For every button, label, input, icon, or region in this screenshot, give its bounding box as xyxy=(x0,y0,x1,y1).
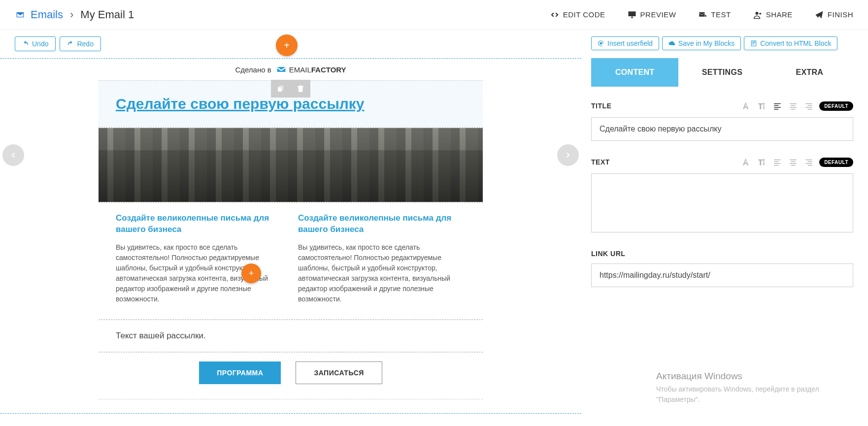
redo-button[interactable]: Redo xyxy=(60,36,100,51)
text-default-chip[interactable]: DEFAULT xyxy=(819,158,853,167)
property-tabs: CONTENT SETTINGS EXTRA xyxy=(591,58,853,87)
paper-plane-icon xyxy=(815,10,824,19)
header-actions: EDIT CODE PREVIEW TEST SHARE FINISH xyxy=(550,10,853,19)
font-icon xyxy=(741,101,750,110)
column-1: Создайте великолепные письма для вашего … xyxy=(116,213,283,304)
envelope-icon xyxy=(15,11,26,19)
windows-activation-watermark: Активация Windows Чтобы активировать Win… xyxy=(656,369,853,405)
add-block-inline-button[interactable]: + xyxy=(241,263,261,283)
save-my-blocks-button[interactable]: Save in My Blocks xyxy=(662,36,741,50)
app-header: Emails › My Email 1 EDIT CODE PREVIEW TE… xyxy=(0,0,868,30)
align-left-icon xyxy=(773,101,782,110)
align-right-icon xyxy=(804,158,813,166)
align-right-button[interactable] xyxy=(803,100,814,111)
undo-button[interactable]: Undo xyxy=(15,36,56,51)
copy-block-button[interactable] xyxy=(271,80,291,98)
trash-icon xyxy=(297,85,304,93)
mail-send-icon xyxy=(698,10,707,19)
redo-icon xyxy=(67,40,74,47)
title-format-tools: DEFAULT xyxy=(740,100,853,111)
align-right-icon xyxy=(804,101,813,110)
align-left-icon xyxy=(773,158,782,166)
insert-userfield-button[interactable]: Insert userfield xyxy=(591,36,659,50)
column-2: Создайте великолепные письма для вашего … xyxy=(298,213,466,304)
align-center-icon xyxy=(789,158,798,166)
breadcrumb-root[interactable]: Emails xyxy=(15,8,63,21)
font-size-button[interactable] xyxy=(756,100,767,111)
chevron-right-icon: › xyxy=(70,8,73,21)
link-label: LINK URL xyxy=(591,250,625,258)
finish-button[interactable]: FINISH xyxy=(815,10,853,19)
button-block[interactable]: ПРОГРАММА ЗАПИСАТЬСЯ xyxy=(99,352,483,399)
two-column-block[interactable]: Создайте великолепные письма для вашего … xyxy=(99,202,483,320)
next-block-button[interactable] xyxy=(557,144,579,166)
user-add-icon xyxy=(753,10,762,19)
tab-content[interactable]: CONTENT xyxy=(591,58,678,87)
text-block[interactable]: Текст вашей рассылки. xyxy=(99,320,483,352)
text-field-group: TEXT DEFAULT xyxy=(591,157,853,234)
secondary-cta-button[interactable]: ЗАПИСАТЬСЯ xyxy=(296,361,382,384)
title-default-chip[interactable]: DEFAULT xyxy=(819,101,853,111)
col2-body: Вы удивитесь, как просто все сделать сам… xyxy=(298,242,466,304)
text-align-left-button[interactable] xyxy=(772,157,783,167)
text-font-size-button[interactable] xyxy=(756,157,767,167)
add-block-button[interactable]: + xyxy=(276,34,298,56)
share-button[interactable]: SHARE xyxy=(753,10,793,19)
font-family-button[interactable] xyxy=(740,100,751,111)
font-icon xyxy=(741,158,750,166)
canvas-area: Сделано в EMAILFACTORY xyxy=(0,58,581,414)
block-action-buttons: Insert userfield Save in My Blocks Conve… xyxy=(591,36,853,50)
align-center-icon xyxy=(789,101,798,110)
made-in-banner: Сделано в EMAILFACTORY xyxy=(0,59,581,80)
at-icon xyxy=(598,40,604,47)
hero-image-block[interactable] xyxy=(99,128,483,202)
hero-image xyxy=(99,128,483,202)
preview-button[interactable]: PREVIEW xyxy=(628,10,676,19)
title-field-group: TITLE DEFAULT xyxy=(591,100,853,141)
copy-icon xyxy=(277,85,285,93)
watermark-body: Чтобы активировать Windows, перейдите в … xyxy=(656,384,853,405)
tab-settings[interactable]: SETTINGS xyxy=(678,58,766,87)
text-block-content: Текст вашей рассылки. xyxy=(116,331,206,340)
main-layout: Undo Redo + Сделано в EMAILFACTORY xyxy=(0,30,868,414)
text-label: TEXT xyxy=(591,158,610,166)
svg-point-0 xyxy=(755,12,758,15)
text-align-right-button[interactable] xyxy=(803,157,814,167)
breadcrumb-current: My Email 1 xyxy=(80,8,134,21)
title-block[interactable]: Сделайте свою первую рассылку xyxy=(99,80,483,128)
primary-cta-button[interactable]: ПРОГРАММА xyxy=(199,361,281,384)
convert-html-button[interactable]: Convert to HTML Block xyxy=(744,36,837,50)
text-font-family-button[interactable] xyxy=(740,157,751,167)
undo-icon xyxy=(22,40,29,47)
properties-panel: Insert userfield Save in My Blocks Conve… xyxy=(581,30,868,414)
col1-heading: Создайте великолепные письма для вашего … xyxy=(116,213,283,235)
tab-extra[interactable]: EXTRA xyxy=(766,58,853,87)
code-icon xyxy=(550,10,559,19)
link-field-group: LINK URL xyxy=(591,250,853,287)
monitor-icon xyxy=(628,10,636,19)
block-mini-toolbar xyxy=(271,80,310,98)
test-button[interactable]: TEST xyxy=(698,10,731,19)
title-label: TITLE xyxy=(591,102,611,110)
delete-block-button[interactable] xyxy=(291,80,310,98)
canvas-scroll[interactable]: Сделано в EMAILFACTORY xyxy=(0,59,581,413)
watermark-title: Активация Windows xyxy=(656,369,853,384)
email-title-link[interactable]: Сделайте свою первую рассылку xyxy=(116,96,365,112)
prev-block-button[interactable] xyxy=(2,144,24,166)
emailfactory-logo[interactable]: EMAILFACTORY xyxy=(276,65,346,74)
chevron-right-icon xyxy=(564,151,572,159)
canvas-column: Undo Redo + Сделано в EMAILFACTORY xyxy=(0,30,581,414)
text-format-tools: DEFAULT xyxy=(740,157,853,167)
text-height-icon xyxy=(757,101,766,110)
align-left-button[interactable] xyxy=(772,100,783,111)
text-input[interactable] xyxy=(591,173,853,232)
align-center-button[interactable] xyxy=(788,100,799,111)
chevron-left-icon xyxy=(9,151,17,159)
edit-code-button[interactable]: EDIT CODE xyxy=(550,10,605,19)
logo-mark-icon xyxy=(276,65,286,74)
text-align-center-button[interactable] xyxy=(788,157,799,167)
breadcrumb: Emails › My Email 1 xyxy=(15,8,134,21)
link-url-input[interactable] xyxy=(591,263,853,287)
cloud-save-icon xyxy=(668,40,675,47)
title-input[interactable] xyxy=(591,117,853,141)
